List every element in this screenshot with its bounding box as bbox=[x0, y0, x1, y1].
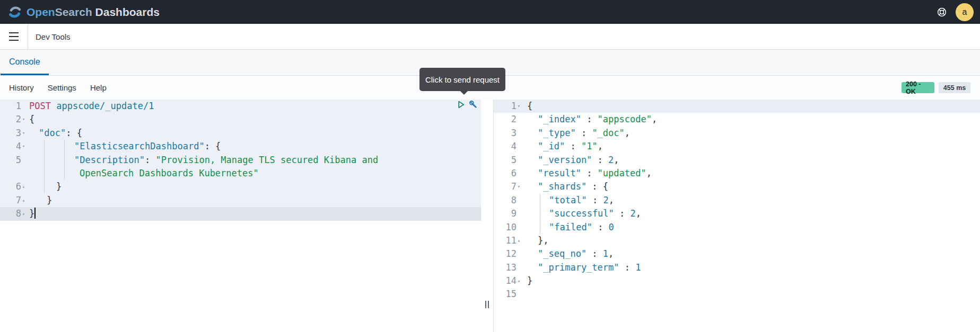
line-number: 8 bbox=[511, 194, 517, 207]
response-code-line-2[interactable]: 2"_index" : "appscode", bbox=[494, 113, 980, 126]
code-content[interactable]: "failed" : 0 bbox=[521, 221, 980, 234]
tab-console[interactable]: Console bbox=[1, 50, 49, 75]
token-pu: , bbox=[609, 195, 614, 205]
code-content[interactable]: "doc": { bbox=[26, 127, 481, 140]
request-code-line-3[interactable]: 3▾"doc": { bbox=[0, 127, 481, 140]
code-content[interactable]: "_index" : "appscode", bbox=[521, 113, 980, 126]
code-content[interactable]: "total" : 2, bbox=[521, 194, 980, 207]
fold-toggle-icon[interactable]: ▾ bbox=[21, 127, 26, 140]
brand-dashboards: Dashboards bbox=[92, 6, 160, 18]
help-menu-button[interactable] bbox=[932, 3, 951, 22]
response-code-line-9[interactable]: 9"successful" : 2, bbox=[494, 207, 980, 220]
send-request-button[interactable] bbox=[457, 100, 466, 109]
token-num: 2 bbox=[603, 195, 608, 205]
toolbar-link-settings[interactable]: Settings bbox=[48, 83, 76, 92]
token-pu: : bbox=[614, 208, 631, 219]
fold-toggle-icon[interactable]: ▴ bbox=[21, 207, 26, 220]
code-content[interactable]: { bbox=[26, 113, 481, 126]
token-str: "appscode" bbox=[598, 114, 652, 124]
response-code-line-13[interactable]: 13"_primary_term" : 1 bbox=[494, 261, 980, 274]
indent-guide bbox=[64, 154, 65, 167]
fold-toggle-icon[interactable]: ▾ bbox=[517, 180, 521, 193]
response-code-line-3[interactable]: 3"_type" : "_doc", bbox=[494, 127, 980, 140]
code-content[interactable] bbox=[521, 288, 980, 301]
request-code-line-1[interactable]: 1POST appscode/_update/1 bbox=[0, 100, 481, 113]
line-number: 10 bbox=[506, 221, 517, 234]
request-options-wrench-icon[interactable] bbox=[469, 100, 478, 109]
line-gutter: 7▾ bbox=[494, 180, 521, 193]
toolbar-link-history[interactable]: History bbox=[9, 83, 34, 92]
response-code-line-11[interactable]: 11▴}, bbox=[494, 234, 980, 247]
nav-breadcrumb-bar: Dev Tools bbox=[0, 24, 980, 50]
fold-toggle-icon[interactable]: ▴ bbox=[21, 194, 26, 207]
request-editor[interactable]: 1POST appscode/_update/12▾{3▾"doc": {4▾"… bbox=[0, 100, 493, 332]
user-avatar[interactable]: a bbox=[956, 3, 974, 21]
code-content[interactable]: } bbox=[521, 274, 980, 288]
breadcrumb: Dev Tools bbox=[36, 32, 71, 41]
code-content[interactable]: "_seq_no" : 1, bbox=[521, 247, 980, 261]
fold-toggle-icon[interactable]: ▴ bbox=[21, 180, 26, 193]
code-content[interactable]: } bbox=[26, 194, 481, 207]
text-cursor bbox=[34, 208, 36, 219]
token-pu: : bbox=[581, 168, 598, 178]
response-status-badges: 200 - OK 455 ms bbox=[902, 76, 970, 100]
code-content[interactable]: "ElasticsearchDashboard": { bbox=[26, 140, 481, 153]
line-number: 3 bbox=[16, 127, 21, 140]
token-pu: , bbox=[652, 114, 657, 124]
code-content[interactable]: "_version" : 2, bbox=[521, 154, 980, 167]
request-code-line-8[interactable]: 8▴} bbox=[0, 207, 481, 220]
code-content[interactable]: "_shards" : { bbox=[521, 180, 980, 193]
request-code-line-5[interactable]: 5"Description": "Provision, Manage TLS s… bbox=[0, 154, 481, 167]
request-code-line-2[interactable]: 2▾{ bbox=[0, 113, 481, 126]
line-gutter: 3 bbox=[494, 127, 521, 140]
code-content[interactable]: "_primary_term" : 1 bbox=[521, 261, 980, 274]
response-code-line-12[interactable]: 12"_seq_no" : 1, bbox=[494, 247, 980, 261]
response-code-line-8[interactable]: 8"total" : 2, bbox=[494, 194, 980, 207]
code-content[interactable]: } bbox=[26, 207, 481, 220]
fold-toggle-icon[interactable]: ▴ bbox=[517, 274, 521, 288]
fold-toggle-icon[interactable]: ▴ bbox=[517, 234, 521, 247]
code-content[interactable]: "_id" : "1", bbox=[521, 140, 980, 153]
code-content[interactable]: } bbox=[26, 180, 481, 193]
toolbar-link-help[interactable]: Help bbox=[90, 83, 107, 92]
line-gutter: 13 bbox=[494, 261, 521, 274]
request-code-line-6[interactable]: 6▴} bbox=[0, 180, 481, 193]
response-code-line-7[interactable]: 7▾"_shards" : { bbox=[494, 180, 980, 193]
response-code-line-6[interactable]: 6"result" : "updated", bbox=[494, 167, 980, 180]
token-str: "_doc" bbox=[592, 128, 624, 138]
code-content[interactable]: OpenSearch Dashboards Kubernetes" bbox=[26, 167, 481, 180]
line-gutter: 2▾ bbox=[0, 113, 26, 126]
response-code-line-5[interactable]: 5"_version" : 2, bbox=[494, 154, 980, 167]
line-gutter: 12 bbox=[494, 247, 521, 261]
code-content[interactable]: POST appscode/_update/1 bbox=[26, 100, 481, 113]
opensearch-dashboards-app: OpenSearch Dashboards a Dev Tools Consol… bbox=[0, 0, 980, 332]
panel-resize-divider[interactable] bbox=[481, 100, 493, 332]
response-code-line-10[interactable]: 10"failed" : 0 bbox=[494, 221, 980, 234]
fold-toggle-icon[interactable]: ▾ bbox=[517, 100, 521, 113]
request-code-line-4[interactable]: 4▾"ElasticsearchDashboard": { bbox=[0, 140, 481, 153]
response-code-line-15[interactable]: 15 bbox=[494, 288, 980, 301]
send-request-tooltip: Click to send request bbox=[419, 68, 505, 91]
opensearch-logo[interactable]: OpenSearch Dashboards bbox=[7, 5, 160, 20]
code-content[interactable]: { bbox=[521, 100, 980, 113]
request-action-buttons bbox=[457, 100, 478, 109]
response-viewer[interactable]: 1▾{2"_index" : "appscode",3"_type" : "_d… bbox=[493, 100, 980, 332]
token-key: "_version" bbox=[538, 155, 592, 165]
request-code-line-wrap[interactable]: OpenSearch Dashboards Kubernetes" bbox=[0, 167, 481, 180]
menu-hamburger-button[interactable] bbox=[4, 26, 24, 47]
code-content[interactable]: "result" : "updated", bbox=[521, 167, 980, 180]
response-code-line-1[interactable]: 1▾{ bbox=[494, 100, 980, 113]
response-code-line-4[interactable]: 4"_id" : "1", bbox=[494, 140, 980, 153]
line-number: 6 bbox=[16, 180, 21, 193]
code-content[interactable]: "_type" : "_doc", bbox=[521, 127, 980, 140]
token-pu: } bbox=[29, 208, 34, 219]
fold-toggle-icon[interactable]: ▾ bbox=[21, 140, 26, 153]
response-code-line-14[interactable]: 14▴} bbox=[494, 274, 980, 288]
code-content[interactable]: }, bbox=[521, 234, 980, 247]
token-pu: } bbox=[527, 275, 532, 286]
code-content[interactable]: "successful" : 2, bbox=[521, 207, 980, 220]
request-code-line-7[interactable]: 7▴} bbox=[0, 194, 481, 207]
code-content[interactable]: "Description": "Provision, Manage TLS se… bbox=[26, 154, 481, 167]
fold-toggle-icon[interactable]: ▾ bbox=[21, 113, 26, 126]
line-number: 9 bbox=[511, 207, 517, 220]
